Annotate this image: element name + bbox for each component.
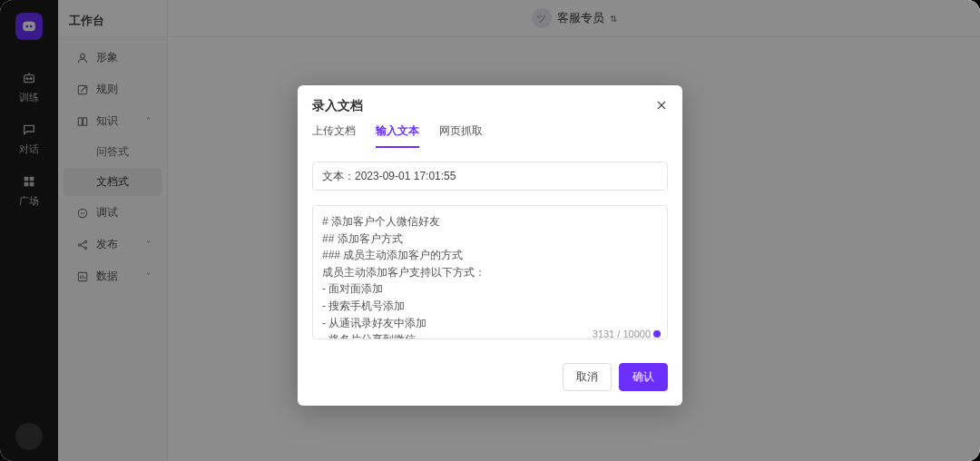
tab-label: 上传文档 [312, 124, 356, 137]
char-counter: 3131 / 10000 [593, 329, 661, 339]
button-label: 确认 [632, 370, 654, 383]
confirm-button[interactable]: 确认 [619, 363, 668, 391]
import-document-modal: 录入文档 上传文档 输入文本 网页抓取 3131 / 10000 取消 确认 [298, 85, 682, 406]
tab-label: 网页抓取 [439, 124, 483, 137]
tab-upload[interactable]: 上传文档 [312, 123, 356, 148]
modal-title: 录入文档 [312, 98, 363, 114]
doc-title-input[interactable] [312, 162, 668, 191]
modal-header: 录入文档 [298, 85, 682, 120]
doc-body-textarea[interactable] [312, 205, 668, 339]
modal-footer: 取消 确认 [298, 343, 682, 406]
cancel-button[interactable]: 取消 [563, 363, 612, 391]
tab-text[interactable]: 输入文本 [376, 123, 419, 148]
tab-label: 输入文本 [376, 124, 419, 137]
modal-tabs: 上传文档 输入文本 网页抓取 [298, 120, 682, 149]
tab-crawl[interactable]: 网页抓取 [439, 123, 483, 148]
close-icon[interactable] [655, 99, 668, 114]
textarea-wrap: 3131 / 10000 [312, 205, 668, 343]
modal-body: 3131 / 10000 [298, 149, 682, 343]
status-dot-icon [653, 330, 661, 338]
counter-text: 3131 / 10000 [593, 329, 651, 339]
modal-overlay: 录入文档 上传文档 输入文本 网页抓取 3131 / 10000 取消 确认 [0, 0, 980, 461]
window-frame: 训练 对话 广场 工作台 形象 [0, 0, 980, 461]
button-label: 取消 [576, 370, 598, 383]
